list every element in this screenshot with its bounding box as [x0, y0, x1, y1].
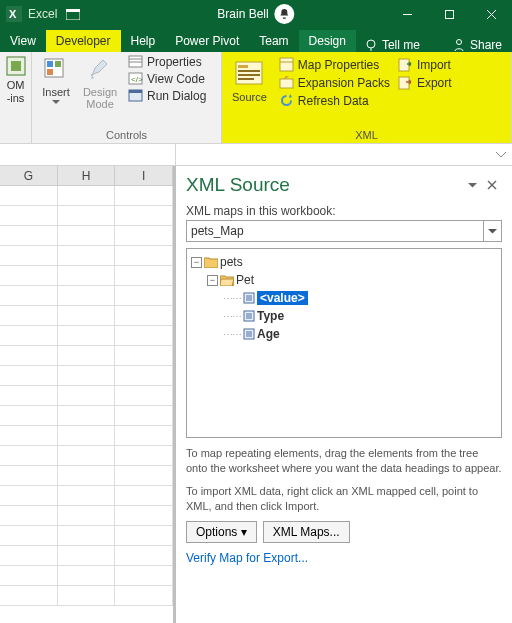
tree-node-pet[interactable]: − Pet — [191, 271, 497, 289]
name-box[interactable] — [0, 144, 176, 165]
options-button[interactable]: Options ▾ — [186, 521, 257, 543]
grid-row[interactable] — [0, 506, 173, 526]
element-icon — [243, 310, 255, 322]
grid-row[interactable] — [0, 406, 173, 426]
tree-label-pets: pets — [220, 255, 243, 269]
collapse-icon[interactable]: − — [191, 257, 202, 268]
folder-icon — [204, 256, 218, 268]
design-mode-button[interactable]: Design Mode — [76, 54, 124, 112]
grid-row[interactable] — [0, 226, 173, 246]
tree-connector: ⋯⋯ — [223, 311, 241, 322]
tree-label-value: <value> — [257, 291, 308, 305]
svg-rect-14 — [47, 61, 53, 67]
xml-maps-button[interactable]: XML Maps... — [263, 521, 350, 543]
close-button[interactable] — [470, 0, 512, 28]
tell-me[interactable]: Tell me — [364, 38, 420, 52]
com-addins-label-1: OM — [7, 79, 25, 91]
import-icon — [398, 57, 413, 72]
maps-combobox[interactable]: pets_Map — [186, 220, 502, 242]
grid-row[interactable] — [0, 266, 173, 286]
grid-row[interactable] — [0, 586, 173, 606]
col-header-i[interactable]: I — [115, 166, 173, 185]
view-code-label: View Code — [147, 72, 205, 86]
help-text-2: To import XML data, right click an XML m… — [186, 484, 502, 514]
pane-title: XML Source — [186, 174, 462, 196]
insert-icon — [42, 56, 70, 84]
addins-icon[interactable] — [4, 54, 28, 78]
map-properties-button[interactable]: Map Properties — [279, 57, 390, 72]
export-button[interactable]: Export — [398, 75, 452, 90]
titlebar: X Excel Brain Bell — [0, 0, 512, 28]
tab-power-pivot[interactable]: Power Pivot — [165, 30, 249, 52]
view-code-button[interactable]: </> View Code — [128, 71, 206, 86]
refresh-data-label: Refresh Data — [298, 94, 369, 108]
pane-close-icon[interactable] — [482, 175, 502, 195]
help-text-1: To map repeating elements, drag the elem… — [186, 446, 502, 476]
notification-bell-icon[interactable] — [275, 4, 295, 24]
tab-team[interactable]: Team — [249, 30, 298, 52]
tab-design[interactable]: Design — [299, 30, 356, 52]
grid-row[interactable] — [0, 466, 173, 486]
tree-node-pets[interactable]: − pets — [191, 253, 497, 271]
pane-dropdown-icon[interactable] — [462, 175, 482, 195]
grid-row[interactable] — [0, 446, 173, 466]
svg-rect-26 — [238, 70, 260, 72]
grid-row[interactable] — [0, 566, 173, 586]
formula-expand-icon[interactable] — [494, 152, 508, 158]
verify-map-link[interactable]: Verify Map for Export... — [186, 551, 502, 565]
formula-bar — [0, 144, 512, 166]
worksheet-grid[interactable]: G H I — [0, 166, 176, 623]
tree-node-value[interactable]: ⋯⋯ <value> — [191, 289, 497, 307]
grid-row[interactable] — [0, 366, 173, 386]
properties-button[interactable]: Properties — [128, 54, 206, 69]
grid-row[interactable] — [0, 326, 173, 346]
tab-view[interactable]: View — [0, 30, 46, 52]
grid-rows — [0, 186, 173, 623]
export-label: Export — [417, 76, 452, 90]
view-code-icon: </> — [128, 71, 143, 86]
grid-row[interactable] — [0, 186, 173, 206]
svg-rect-31 — [280, 79, 293, 88]
ribbon-display-options-icon[interactable] — [57, 9, 89, 20]
import-button[interactable]: Import — [398, 57, 452, 72]
xml-tree[interactable]: − pets − Pet ⋯⋯ <value> ⋯⋯ Type ⋯⋯ — [186, 248, 502, 438]
tab-developer[interactable]: Developer — [46, 30, 121, 52]
svg-rect-23 — [129, 90, 142, 93]
run-dialog-button[interactable]: Run Dialog — [128, 88, 206, 103]
insert-control-button[interactable]: Insert — [38, 54, 74, 112]
source-button[interactable]: Source — [228, 57, 271, 108]
tree-node-age[interactable]: ⋯⋯ Age — [191, 325, 497, 343]
minimize-button[interactable] — [386, 0, 428, 28]
svg-text:X: X — [9, 8, 17, 20]
col-header-h[interactable]: H — [58, 166, 116, 185]
tree-label-pet: Pet — [236, 273, 254, 287]
tree-node-type[interactable]: ⋯⋯ Type — [191, 307, 497, 325]
grid-row[interactable] — [0, 526, 173, 546]
col-header-g[interactable]: G — [0, 166, 58, 185]
tab-help[interactable]: Help — [121, 30, 166, 52]
grid-row[interactable] — [0, 206, 173, 226]
grid-row[interactable] — [0, 286, 173, 306]
svg-rect-15 — [55, 61, 61, 67]
tree-connector: ⋯⋯ — [223, 293, 241, 304]
grid-row[interactable] — [0, 546, 173, 566]
formula-input[interactable] — [176, 144, 512, 165]
group-partial-left: OM -ins — [0, 52, 32, 143]
grid-row[interactable] — [0, 246, 173, 266]
refresh-data-button[interactable]: Refresh Data — [279, 93, 390, 108]
grid-row[interactable] — [0, 486, 173, 506]
grid-row[interactable] — [0, 306, 173, 326]
share-button[interactable]: Share — [442, 38, 512, 52]
grid-row[interactable] — [0, 426, 173, 446]
source-label: Source — [232, 91, 267, 103]
expansion-packs-button[interactable]: Expansion Packs — [279, 75, 390, 90]
maximize-button[interactable] — [428, 0, 470, 28]
run-dialog-icon — [128, 88, 143, 103]
svg-rect-25 — [238, 65, 248, 68]
grid-row[interactable] — [0, 346, 173, 366]
grid-row[interactable] — [0, 386, 173, 406]
collapse-icon[interactable]: − — [207, 275, 218, 286]
app-name: Excel — [28, 7, 57, 21]
expansion-packs-label: Expansion Packs — [298, 76, 390, 90]
share-label: Share — [470, 38, 502, 52]
